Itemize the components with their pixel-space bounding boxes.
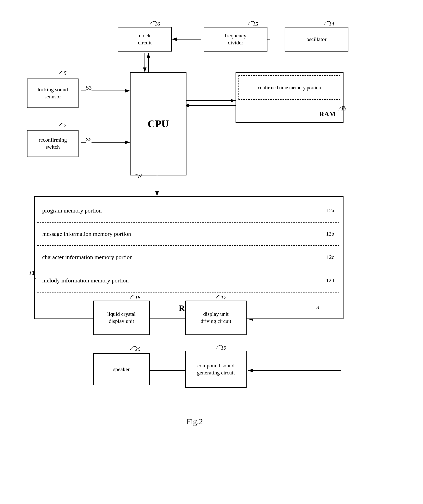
- cpu-block: CPU: [130, 72, 186, 175]
- confirmed-time-memory-label: confirmed time memory portion: [258, 84, 321, 91]
- character-info-label: character information memory portion: [42, 253, 133, 261]
- message-info-ref: 12b: [326, 230, 334, 238]
- ram-outer-block: confirmed time memory portion RAM: [236, 72, 344, 123]
- compound-sound-label: compound sound generating circuit: [197, 362, 235, 376]
- ref-bracket-12: [28, 267, 43, 280]
- lcd-block: liquid crystal display unit: [93, 301, 150, 335]
- lcd-label: liquid crystal display unit: [107, 311, 135, 325]
- oscillator-block: oscillator: [285, 27, 348, 52]
- fig-label: Fig.2: [186, 417, 203, 426]
- ref-bracket-20: [128, 344, 142, 352]
- reconfirming-switch-block: reconfirming switch: [27, 130, 79, 157]
- ref-bracket-18: [128, 293, 142, 300]
- message-info-label: message information memory portion: [42, 230, 131, 238]
- ref-bracket-19: [213, 343, 228, 350]
- rom-num-3: 3: [317, 304, 319, 311]
- ref-bracket-11: [130, 171, 150, 179]
- display-driving-block: display unit driving circuit: [185, 301, 247, 335]
- reconfirming-switch-label: reconfirming switch: [39, 136, 67, 150]
- speaker-label: speaker: [113, 366, 130, 373]
- character-info-ref: 12c: [326, 254, 334, 261]
- cpu-label: CPU: [148, 117, 169, 131]
- ref-bracket-17: [213, 293, 228, 300]
- ref-bracket-16: [147, 19, 167, 27]
- frequency-divider-label: frequency divider: [225, 32, 246, 46]
- ref-bracket-7: [56, 121, 71, 128]
- ref-bracket-14: [321, 19, 341, 27]
- ref-bracket-15: [245, 19, 265, 27]
- locking-sensor-block: locking sound sennsor: [27, 79, 79, 108]
- clock-circuit-label: clock circuit: [138, 32, 152, 46]
- program-memory-ref: 12a: [326, 207, 334, 214]
- oscillator-label: oscillator: [306, 36, 327, 43]
- melody-info-ref: 12d: [326, 277, 334, 284]
- ref-bracket-13: [336, 104, 351, 112]
- ram-label: RAM: [319, 110, 336, 119]
- locking-sensor-label: locking sound sennsor: [38, 86, 68, 100]
- program-memory-label: program memory portion: [42, 207, 102, 214]
- display-driving-label: display unit driving circuit: [200, 311, 231, 325]
- clock-circuit-block: clock circuit: [118, 27, 172, 52]
- frequency-divider-block: frequency divider: [204, 27, 267, 52]
- diagram: oscillator 14 frequency divider 15 clock…: [15, 10, 407, 488]
- s5-label: S5: [86, 136, 92, 143]
- s3-label: S3: [86, 85, 92, 91]
- confirmed-time-memory-block: confirmed time memory portion: [238, 75, 340, 100]
- ref-bracket-5: [56, 69, 71, 76]
- compound-sound-block: compound sound generating circuit: [185, 351, 247, 388]
- melody-info-label: melody information memory portion: [42, 277, 129, 284]
- speaker-block: speaker: [93, 353, 150, 385]
